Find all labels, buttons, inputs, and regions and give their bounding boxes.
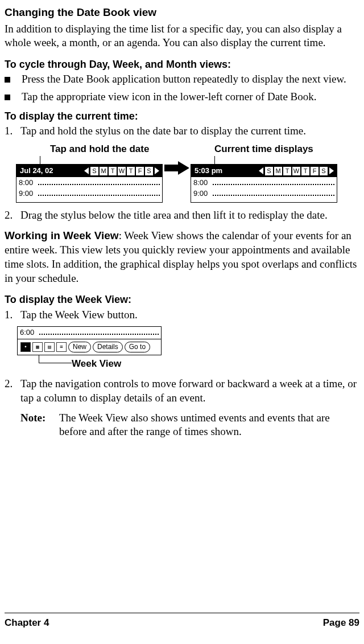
datebook-body: 8:00 9:00 — [191, 177, 337, 202]
time-label: 8:00 — [19, 178, 38, 188]
details-button: Details — [93, 342, 123, 352]
day-cell: S — [90, 167, 98, 175]
agenda-view-icon: ≡ — [56, 342, 67, 352]
day-cell: S — [320, 167, 328, 175]
time-row: 6:00 — [18, 327, 161, 339]
day-cell: W — [118, 167, 126, 175]
callout-line — [40, 156, 40, 164]
time-label: 9:00 — [193, 189, 213, 199]
time-row: 8:00 — [193, 178, 334, 188]
subheading-display-week-view: To display the Week View: — [5, 293, 359, 306]
prev-arrow-icon — [84, 167, 89, 174]
list-item: 2. Tap the navigation controls to move f… — [5, 377, 359, 405]
goto-button: Go to — [125, 342, 150, 352]
week-view-paragraph: Working in Week View: Week View shows th… — [5, 229, 359, 285]
numbered-list: 2. Drag the stylus below the title area … — [5, 208, 359, 223]
time-display-diagram: Tap and hold the date Jul 24, 02 S M T W… — [16, 143, 359, 203]
section-heading: Changing the Date Book view — [5, 6, 359, 20]
day-cell: W — [292, 167, 300, 175]
step-text: Tap the Week View button. — [17, 308, 359, 322]
step-number: 2. — [5, 208, 17, 223]
step-text: Drag the stylus below the title area and… — [17, 208, 359, 223]
time-label: 5:03 pm — [193, 166, 224, 176]
list-item: 2. Drag the stylus below the title area … — [5, 208, 359, 223]
day-selector: S M T W T F S — [258, 167, 335, 175]
intro-paragraph: In addition to displaying the time list … — [5, 22, 359, 50]
day-cell: M — [100, 167, 107, 175]
diagram-right-panel: Current time displays 5:03 pm S M T W T … — [191, 143, 337, 203]
numbered-list: 1. Tap the Week View button. — [5, 308, 359, 322]
callout-week-view: Week View — [72, 358, 121, 370]
list-item: Tap the appropriate view icon in the low… — [5, 90, 359, 104]
next-arrow-icon — [155, 167, 159, 174]
day-selector: S M T W T F S — [83, 167, 160, 175]
day-view-icon: • — [20, 342, 31, 352]
day-cell: T — [127, 167, 135, 175]
step-text: Tap the navigation controls to move forw… — [17, 377, 359, 405]
svg-marker-0 — [164, 161, 189, 175]
month-view-icon: ▤ — [44, 342, 55, 352]
list-item: 1. Tap and hold the stylus on the date b… — [5, 124, 359, 138]
entry-line — [38, 179, 160, 185]
footer-chapter: Chapter 4 — [5, 617, 49, 629]
new-button: New — [68, 342, 91, 352]
page-footer: Chapter 4 Page 89 — [5, 613, 359, 629]
datebook-title-bar: 5:03 pm S M T W T F S — [191, 165, 337, 177]
numbered-list: 1. Tap and hold the stylus on the date b… — [5, 124, 359, 138]
subheading-cycle-views: To cycle through Day, Week, and Month vi… — [5, 58, 359, 71]
step-number: 2. — [5, 377, 17, 391]
datebook-screen-before: Jul 24, 02 S M T W T F S 8:00 9:00 — [16, 164, 163, 203]
run-in-heading: Working in Week View — [5, 229, 119, 241]
time-row: 9:00 — [193, 189, 334, 199]
day-cell: S — [145, 167, 153, 175]
entry-line — [213, 179, 334, 185]
toolbar-lower: • ▦ ▤ ≡ New Details Go to — [17, 339, 162, 355]
week-view-toolbar-diagram: 6:00 • ▦ ▤ ≡ New Details Go to Week View — [17, 326, 359, 370]
day-cell: T — [109, 167, 117, 175]
toolbar-upper: 6:00 — [17, 326, 162, 339]
day-cell: T — [283, 167, 291, 175]
transition-arrow-icon — [164, 161, 189, 175]
list-item: 1. Tap the Week View button. — [5, 308, 359, 322]
time-row: 9:00 — [19, 189, 160, 199]
time-label: 6:00 — [20, 328, 39, 338]
next-arrow-icon — [329, 167, 334, 174]
callout-tap-hold-date: Tap and hold the date — [50, 143, 149, 155]
week-view-icon: ▦ — [32, 342, 43, 352]
bullet-icon — [5, 77, 10, 83]
list-item: Press the Date Book application button r… — [5, 72, 359, 87]
subheading-current-time: To display the current time: — [5, 110, 359, 123]
day-cell: M — [274, 167, 282, 175]
entry-line — [39, 329, 159, 335]
callout-current-time-displays: Current time displays — [214, 143, 313, 155]
entry-line — [213, 190, 334, 196]
note-block: Note: The Week View also shows untimed e… — [20, 411, 359, 439]
datebook-body: 8:00 9:00 — [16, 177, 162, 202]
time-label: 8:00 — [193, 178, 213, 188]
diagram-left-panel: Tap and hold the date Jul 24, 02 S M T W… — [16, 143, 163, 203]
day-cell: S — [265, 167, 273, 175]
note-text: The Week View also shows untimed events … — [59, 411, 359, 439]
numbered-list: 2. Tap the navigation controls to move f… — [5, 377, 359, 405]
bullet-list: Press the Date Book application button r… — [5, 72, 359, 104]
time-label: 9:00 — [19, 189, 38, 199]
day-cell: T — [301, 167, 309, 175]
day-cell: F — [136, 167, 144, 175]
prev-arrow-icon — [259, 167, 263, 174]
bullet-text: Tap the appropriate view icon in the low… — [18, 90, 359, 104]
entry-line — [38, 190, 160, 196]
datebook-title-bar: Jul 24, 02 S M T W T F S — [16, 165, 162, 177]
bullet-text: Press the Date Book application button r… — [18, 72, 359, 87]
bullet-icon — [5, 95, 10, 100]
callout-line — [39, 355, 72, 363]
step-number: 1. — [5, 124, 17, 138]
footer-page-number: Page 89 — [323, 617, 359, 629]
date-label: Jul 24, 02 — [18, 166, 55, 176]
day-cell: F — [311, 167, 318, 175]
time-row: 8:00 — [19, 178, 160, 188]
step-text: Tap and hold the stylus on the date bar … — [17, 124, 359, 138]
callout-line — [214, 156, 215, 164]
toolbar-box: 6:00 • ▦ ▤ ≡ New Details Go to — [17, 326, 162, 355]
datebook-screen-after: 5:03 pm S M T W T F S 8:00 9:00 — [191, 164, 337, 203]
callout-wrap: Week View — [39, 356, 359, 370]
